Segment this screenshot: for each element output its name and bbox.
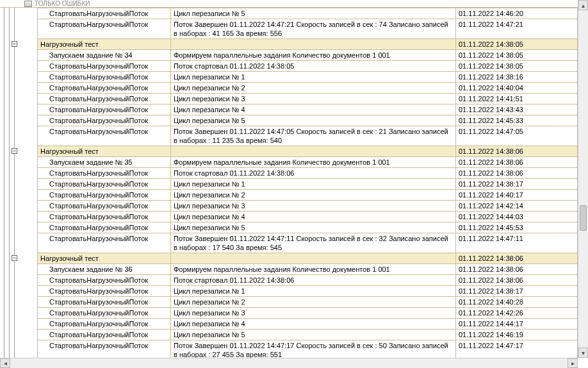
message-cell: Поток Завершен 01.11.2022 14:47:21 Скоро… — [171, 19, 456, 39]
message-cell: Поток стартовал 01.11.2022 14:38:06 — [171, 275, 456, 286]
message-cell: Цикл перезаписи № 3 — [171, 94, 456, 105]
event-name-cell: Нагрузочный тест — [38, 253, 171, 264]
event-name-cell: СтартоватьНагрузочныйПоток — [38, 233, 171, 253]
table-row[interactable]: СтартоватьНагрузочныйПотокЦикл перезапис… — [38, 115, 578, 126]
message-cell: Цикл перезаписи № 2 — [171, 83, 456, 94]
event-name-cell: СтартоватьНагрузочныйПоток — [38, 190, 171, 201]
timestamp-cell: 01.11.2022 14:47:17 — [456, 340, 578, 358]
timestamp-cell: 01.11.2022 14:38:05 — [456, 39, 578, 50]
event-name-cell: Запускаем задание № 34 — [38, 50, 171, 61]
scroll-up-button[interactable]: ▴ — [578, 0, 588, 10]
message-cell: Формируем параллельные задания Количеств… — [171, 157, 456, 168]
timestamp-cell: 01.11.2022 14:46:19 — [456, 330, 578, 340]
table-row[interactable]: Запускаем задание № 35Формируем параллел… — [38, 157, 578, 168]
event-name-cell: СтартоватьНагрузочныйПоток — [38, 179, 171, 190]
table-icon — [24, 1, 32, 7]
table-row[interactable]: СтартоватьНагрузочныйПотокЦикл перезапис… — [38, 286, 578, 297]
event-name-cell: СтартоватьНагрузочныйПоток — [38, 94, 171, 105]
group-header-row[interactable]: Нагрузочный тест01.11.2022 14:38:05 — [38, 39, 578, 50]
table-row[interactable]: СтартоватьНагрузочныйПотокЦикл перезапис… — [38, 72, 578, 83]
event-name-cell: СтартоватьНагрузочныйПоток — [38, 297, 171, 308]
table-row[interactable]: СтартоватьНагрузочныйПотокПоток Завершен… — [38, 126, 578, 146]
event-name-cell: СтартоватьНагрузочныйПоток — [38, 222, 171, 233]
message-cell: Цикл перезаписи № 2 — [171, 297, 456, 308]
timestamp-cell: 01.11.2022 14:45:53 — [456, 222, 578, 233]
timestamp-cell: 01.11.2022 14:38:06 — [456, 264, 578, 275]
timestamp-cell: 01.11.2022 14:38:17 — [456, 179, 578, 190]
table-row[interactable]: СтартоватьНагрузочныйПотокПоток стартова… — [38, 168, 578, 179]
scroll-down-button[interactable]: ▾ — [578, 347, 588, 358]
table-row[interactable]: СтартоватьНагрузочныйПотокПоток стартова… — [38, 275, 578, 286]
event-name-cell: СтартоватьНагрузочныйПоток — [38, 319, 171, 330]
log-table: СтартоватьНагрузочныйПотокЦикл перезапис… — [37, 8, 578, 358]
scroll-thumb-vertical[interactable] — [580, 205, 587, 231]
horizontal-scrollbar[interactable]: ◂ ▸ — [0, 358, 578, 368]
table-row[interactable]: СтартоватьНагрузочныйПотокЦикл перезапис… — [38, 319, 578, 330]
message-cell: Цикл перезаписи № 1 — [171, 179, 456, 190]
table-row[interactable]: Запускаем задание № 34Формируем параллел… — [38, 50, 578, 61]
table-row[interactable]: СтартоватьНагрузочныйПотокПоток Завершен… — [38, 340, 578, 358]
group-header-row[interactable]: Нагрузочный тест01.11.2022 14:38:06 — [38, 253, 578, 264]
group-header-row[interactable]: Нагрузочный тест01.11.2022 14:38:06 — [38, 146, 578, 157]
table-row[interactable]: СтартоватьНагрузочныйПотокЦикл перезапис… — [38, 105, 578, 115]
timestamp-cell: 01.11.2022 14:41:51 — [456, 94, 578, 105]
table-row[interactable]: СтартоватьНагрузочныйПотокЦикл перезапис… — [38, 222, 578, 233]
table-row[interactable]: СтартоватьНагрузочныйПотокЦикл перезапис… — [38, 308, 578, 319]
message-cell: Поток Завершен 01.11.2022 14:47:11 Скоро… — [171, 233, 456, 253]
table-row[interactable]: СтартоватьНагрузочныйПотокЦикл перезапис… — [38, 212, 578, 222]
event-name-cell: СтартоватьНагрузочныйПоток — [38, 275, 171, 286]
scroll-left-button[interactable]: ◂ — [0, 358, 10, 368]
event-name-cell: СтартоватьНагрузочныйПоток — [38, 61, 171, 72]
timestamp-cell: 01.11.2022 14:47:21 — [456, 19, 578, 39]
timestamp-cell: 01.11.2022 14:44:17 — [456, 319, 578, 330]
table-row[interactable]: СтартоватьНагрузочныйПотокЦикл перезапис… — [38, 83, 578, 94]
event-name-cell: СтартоватьНагрузочныйПоток — [38, 286, 171, 297]
table-row[interactable]: СтартоватьНагрузочныйПотокЦикл перезапис… — [38, 8, 578, 19]
table-row[interactable]: СтартоватьНагрузочныйПотокПоток Завершен… — [38, 19, 578, 39]
event-name-cell: Нагрузочный тест — [38, 39, 171, 50]
event-name-cell: СтартоватьНагрузочныйПоток — [38, 330, 171, 340]
timestamp-cell: 01.11.2022 14:44:03 — [456, 212, 578, 222]
event-name-cell: СтартоватьНагрузочныйПоток — [38, 8, 171, 19]
message-cell: Формируем параллельные задания Количеств… — [171, 264, 456, 275]
timestamp-cell: 01.11.2022 14:38:06 — [456, 168, 578, 179]
table-row[interactable]: СтартоватьНагрузочныйПотокЦикл перезапис… — [38, 201, 578, 212]
timestamp-cell: 01.11.2022 14:38:06 — [456, 275, 578, 286]
table-row[interactable]: Запускаем задание № 36Формируем параллел… — [38, 264, 578, 275]
event-name-cell: СтартоватьНагрузочныйПоток — [38, 72, 171, 83]
message-cell: Поток Завершен 01.11.2022 14:47:05 Скоро… — [171, 126, 456, 146]
message-cell: Цикл перезаписи № 4 — [171, 319, 456, 330]
event-name-cell: СтартоватьНагрузочныйПоток — [38, 19, 171, 39]
timestamp-cell: 01.11.2022 14:38:05 — [456, 50, 578, 61]
table-row[interactable]: СтартоватьНагрузочныйПотокЦикл перезапис… — [38, 94, 578, 105]
table-row[interactable]: СтартоватьНагрузочныйПотокЦикл перезапис… — [38, 297, 578, 308]
message-cell: Цикл перезаписи № 5 — [171, 8, 456, 19]
message-cell — [171, 39, 456, 50]
scroll-right-button[interactable]: ▸ — [568, 358, 578, 368]
toolbar: ТОЛЬКО ОШИБКИ — [0, 0, 588, 8]
message-cell: Поток Завершен 01.11.2022 14:47:17 Скоро… — [171, 340, 456, 358]
message-cell: Цикл перезаписи № 3 — [171, 201, 456, 212]
table-row[interactable]: СтартоватьНагрузочныйПотокЦикл перезапис… — [38, 179, 578, 190]
log-tree: −−−− СтартоватьНагрузочныйПотокЦикл пере… — [0, 8, 578, 358]
event-name-cell: СтартоватьНагрузочныйПоток — [38, 168, 171, 179]
collapse-toggle[interactable]: − — [12, 255, 17, 261]
timestamp-cell: 01.11.2022 14:38:16 — [456, 72, 578, 83]
table-row[interactable]: СтартоватьНагрузочныйПотокЦикл перезапис… — [38, 330, 578, 340]
message-cell: Цикл перезаписи № 5 — [171, 222, 456, 233]
event-name-cell: Запускаем задание № 35 — [38, 157, 171, 168]
vertical-scrollbar[interactable]: ▴ ▾ — [578, 0, 588, 358]
table-row[interactable]: СтартоватьНагрузочныйПотокПоток Завершен… — [38, 233, 578, 253]
table-row[interactable]: СтартоватьНагрузочныйПотокПоток стартова… — [38, 61, 578, 72]
timestamp-cell: 01.11.2022 14:40:28 — [456, 297, 578, 308]
collapse-toggle[interactable]: − — [12, 41, 17, 47]
message-cell — [171, 253, 456, 264]
message-cell: Цикл перезаписи № 3 — [171, 308, 456, 319]
message-cell: Цикл перезаписи № 4 — [171, 105, 456, 115]
timestamp-cell: 01.11.2022 14:46:20 — [456, 8, 578, 19]
message-cell: Цикл перезаписи № 1 — [171, 286, 456, 297]
table-row[interactable]: СтартоватьНагрузочныйПотокЦикл перезапис… — [38, 190, 578, 201]
collapse-toggle[interactable]: − — [12, 148, 17, 154]
event-name-cell: СтартоватьНагрузочныйПоток — [38, 83, 171, 94]
message-cell: Цикл перезаписи № 5 — [171, 115, 456, 126]
